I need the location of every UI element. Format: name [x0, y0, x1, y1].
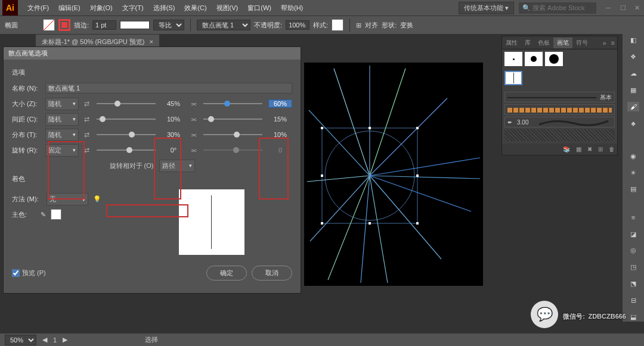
stroke-profile[interactable] [120, 21, 150, 29]
menu-effect[interactable]: 效果(C) [179, 4, 211, 13]
rotation-row: 旋转 (R): 固定 ⇄ 0° ⫘ 0 [12, 144, 292, 157]
size-slider-2[interactable] [203, 103, 262, 104]
brush-thumb[interactable] [545, 52, 563, 66]
panel-tab-brushes[interactable]: 画笔 [553, 38, 572, 48]
stroke-weight-input[interactable] [92, 20, 116, 30]
link-icon[interactable]: ⇄ [82, 100, 91, 108]
opacity-input[interactable] [286, 20, 309, 30]
menu-view[interactable]: 视图(V) [212, 4, 243, 13]
preview-checkbox[interactable]: 预览 (P) [12, 269, 46, 278]
svg-line-4 [370, 68, 405, 176]
svg-line-10 [370, 176, 388, 283]
shapes-label[interactable]: 形状: [382, 21, 397, 30]
minimize-button[interactable]: ─ [606, 4, 613, 12]
scatter-row: 分布 (T): 随机 ⇄ 30% ⫘ 10% [12, 128, 292, 141]
svg-line-13 [310, 176, 370, 241]
panel-tab-symbols[interactable]: 符号 [572, 38, 592, 48]
artboard-nav[interactable]: 1 [53, 336, 57, 344]
brush-select[interactable]: 散点画笔 1 [197, 20, 250, 30]
size-slider-1[interactable] [97, 103, 156, 104]
brushes-icon[interactable]: 🖌 [627, 102, 639, 111]
zoom-select[interactable]: 50% [5, 335, 36, 345]
stroke-sample-basic[interactable]: 基本 [504, 92, 615, 102]
stroke-sample-texture[interactable] [504, 129, 615, 141]
svg-rect-20 [416, 174, 419, 177]
align-label[interactable]: 对齐 [365, 21, 378, 30]
transform-icon[interactable]: ⬔ [627, 279, 639, 289]
new-brush-icon[interactable]: ⊞ [598, 146, 603, 152]
transparency-icon[interactable]: ◪ [627, 229, 639, 239]
menu-object[interactable]: 对象(O) [85, 4, 117, 13]
menu-edit[interactable]: 编辑(E) [54, 4, 85, 13]
swatches-icon[interactable]: ▤ [627, 185, 639, 194]
brush-preview [179, 189, 244, 255]
menu-window[interactable]: 窗口(W) [243, 4, 276, 13]
properties-icon[interactable]: ◧ [627, 36, 639, 45]
search-input[interactable]: 🔍 搜索 Adobe Stock [519, 2, 596, 14]
colorization-section: 着色 [12, 174, 292, 183]
close-button[interactable]: ✕ [634, 4, 642, 12]
ok-button[interactable]: 确定 [206, 266, 247, 280]
artwork [304, 63, 483, 286]
scatter-mode-dropdown[interactable]: 随机 [45, 129, 79, 141]
layers-icon[interactable]: ❖ [627, 52, 639, 62]
stroke-sample-calligraphic[interactable]: ✒ 3.00 [504, 117, 615, 127]
chain-icon[interactable]: ⫘ [189, 100, 197, 107]
brush-thumb[interactable] [504, 52, 522, 66]
method-label: 方法 (M): [12, 195, 42, 204]
panel-more-icon[interactable]: » [600, 39, 608, 46]
artboards-icon[interactable]: ▦ [627, 85, 639, 95]
transform-label[interactable]: 变换 [400, 21, 413, 30]
size-mode-dropdown[interactable]: 随机 [45, 98, 79, 110]
panel-tab-swatches[interactable]: 色板 [534, 38, 553, 48]
panel-tab-libraries[interactable]: 库 [521, 38, 534, 48]
watermark: 💬 微信号: ZDBCZB666 [531, 301, 626, 328]
method-dropdown[interactable]: 无 [47, 193, 88, 205]
delete-icon[interactable]: 🗑 [609, 146, 615, 152]
library-icon[interactable]: 📚 [563, 146, 570, 152]
lightbulb-icon[interactable]: 💡 [93, 195, 101, 203]
align-icon[interactable]: ⊟ [627, 295, 639, 305]
appearance-icon[interactable]: ◎ [627, 246, 639, 255]
stroke-icon[interactable]: ≡ [627, 213, 639, 223]
nav-prev-icon[interactable]: ◀ [42, 336, 47, 344]
eyedropper-icon[interactable]: ✎ [41, 211, 46, 219]
doc-setup-icon[interactable]: ⊞ [356, 21, 361, 29]
keycolor-swatch[interactable] [51, 209, 61, 220]
rotate-relative-dropdown[interactable]: 路径 [159, 160, 195, 172]
workspace-dropdown[interactable]: 传统基本功能 ▾ [459, 2, 514, 14]
panel-menu-icon[interactable]: ≡ [609, 39, 617, 46]
doc-close-icon[interactable]: × [150, 38, 153, 45]
maximize-button[interactable]: ☐ [620, 4, 627, 12]
panel-tab-properties[interactable]: 属性 [502, 38, 521, 48]
stroke-sample-pattern[interactable] [504, 104, 615, 115]
spacing-mode-dropdown[interactable]: 随机 [45, 113, 79, 126]
pathfinder-icon[interactable]: ⬓ [627, 312, 639, 322]
stroke-swatch[interactable] [58, 19, 70, 31]
menu-file[interactable]: 文件(F) [23, 4, 54, 13]
svg-line-11 [361, 176, 370, 283]
brush-thumb-selected[interactable] [504, 71, 522, 85]
graphic-styles-icon[interactable]: ◳ [627, 263, 639, 272]
cc-libraries-icon[interactable]: ☁ [627, 69, 639, 79]
wechat-icon: 💬 [531, 301, 558, 328]
rotation-mode-dropdown[interactable]: 固定 [45, 144, 79, 157]
gradient-icon[interactable]: ☀ [627, 168, 639, 177]
artboard-canvas[interactable] [304, 63, 483, 286]
symbols-icon[interactable]: ♣ [627, 119, 639, 128]
rotate-relative-label: 旋转相对于 (O): [110, 161, 156, 170]
brush-thumb[interactable] [525, 52, 543, 66]
menu-select[interactable]: 选择(S) [148, 4, 180, 13]
color-icon[interactable]: ◉ [627, 151, 639, 161]
svg-line-14 [307, 176, 370, 182]
fill-swatch[interactable] [43, 19, 55, 31]
nav-next-icon[interactable]: ▶ [63, 336, 67, 344]
brush-name-input[interactable] [45, 83, 292, 93]
remove-stroke-icon[interactable]: ✖ [587, 146, 592, 152]
menu-type[interactable]: 文字(T) [117, 4, 148, 13]
cancel-button[interactable]: 取消 [252, 266, 292, 280]
style-swatch[interactable] [332, 19, 343, 31]
menu-help[interactable]: 帮助(H) [276, 4, 308, 13]
options-icon[interactable]: ▦ [576, 146, 581, 152]
uniform-select[interactable]: 等比 [153, 20, 184, 30]
